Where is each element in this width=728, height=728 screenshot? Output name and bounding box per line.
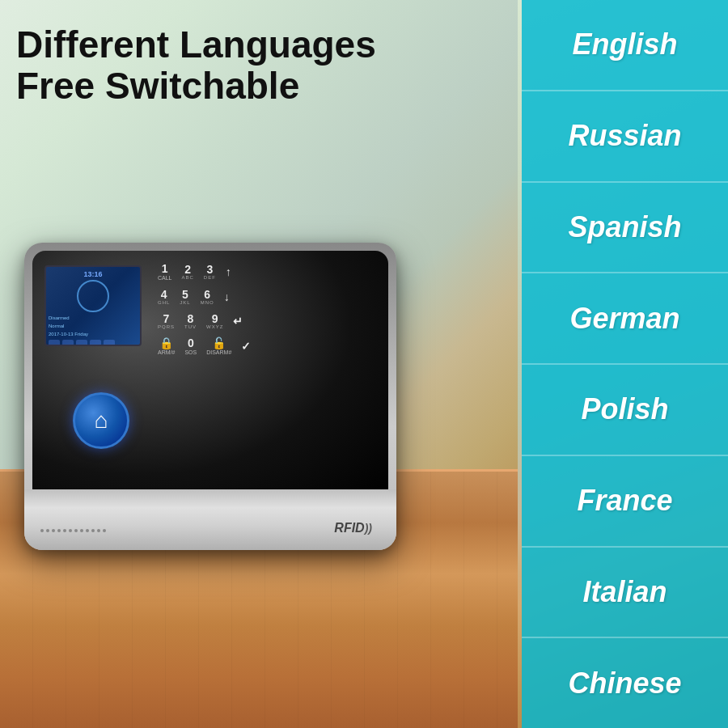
key-sub-1-0: GHL: [158, 300, 170, 305]
lcd-screen: 13:16 Disarmed Normal 2017-10-13 Friday: [44, 265, 142, 346]
alarm-device-wrapper: 13:16 Disarmed Normal 2017-10-13 Friday …: [24, 243, 429, 599]
key-sub-1-2: MNO: [201, 300, 214, 305]
key-main-3-1: 0: [188, 337, 194, 349]
key--2-3[interactable]: ↵: [233, 315, 243, 327]
lcd-time: 13:16: [46, 267, 140, 278]
lcd-icon-2: [62, 340, 74, 346]
key--1-3[interactable]: ↓: [224, 291, 230, 303]
key--3-3[interactable]: ✓: [241, 341, 251, 352]
headline: Different Languages Free Switchable: [16, 24, 485, 106]
speaker-dot-4: [63, 529, 66, 532]
key-main-0-2: 3: [206, 264, 213, 275]
key-main-3-0: 🔒: [159, 337, 173, 349]
lang-badge-chinese[interactable]: Chinese: [522, 638, 728, 728]
key-main-2-2: 9: [212, 313, 218, 324]
key-sub-2-2: WXYZ: [206, 324, 223, 329]
keypad-row-1: 4GHL5JKL6MNO↓: [158, 289, 372, 305]
lang-badge-spanish[interactable]: Spanish: [522, 183, 728, 274]
lcd-icon-row: [46, 338, 140, 346]
speaker-grille: [40, 529, 106, 532]
key-sub-1-1: JKL: [180, 300, 190, 305]
key-4-1-0[interactable]: 4GHL: [158, 289, 170, 305]
lang-text-russian: Russian: [568, 119, 681, 153]
key-main-2-0: 7: [163, 313, 170, 324]
home-button[interactable]: ⌂: [73, 392, 129, 449]
lcd-clock-face: [77, 280, 109, 312]
keypad-area: 1CALL2ABC3DEF↑4GHL5JKL6MNO↓7PQRS8TUV9WXY…: [158, 263, 372, 363]
keypad-row-3: 🔒ARM/#0SOS🔓DISARM#✓: [158, 337, 372, 355]
key--3-2[interactable]: 🔓DISARM#: [206, 337, 231, 355]
lang-badge-english[interactable]: English: [522, 0, 728, 91]
lang-badge-german[interactable]: German: [522, 273, 728, 365]
key-sub-0-2: DEF: [204, 275, 216, 280]
key-main-3-2: 🔓: [212, 337, 226, 349]
key-1-0-0[interactable]: 1CALL: [158, 263, 172, 281]
lang-text-italian: Italian: [582, 575, 667, 609]
key-main-2-3: ↵: [233, 315, 243, 327]
key-6-1-2[interactable]: 6MNO: [201, 289, 214, 305]
key-label-3-0: ARM/#: [158, 349, 175, 355]
language-list: EnglishRussianSpanishGermanPolishFranceI…: [522, 0, 728, 728]
key-main-1-3: ↓: [224, 291, 230, 303]
home-icon: ⌂: [95, 408, 108, 434]
lang-text-german: German: [569, 302, 679, 336]
key-main-0-1: 2: [184, 264, 191, 275]
lang-text-polish: Polish: [581, 392, 668, 426]
lang-badge-france[interactable]: France: [522, 456, 728, 548]
lcd-status2: Normal: [46, 322, 140, 330]
key-sub-0-1: ABC: [182, 275, 194, 280]
key-sub-2-0: PQRS: [158, 324, 175, 329]
lang-text-spanish: Spanish: [568, 210, 681, 244]
lang-text-english: English: [572, 28, 677, 61]
key--3-0[interactable]: 🔒ARM/#: [158, 337, 175, 355]
lang-badge-italian[interactable]: Italian: [522, 548, 728, 639]
speaker-dot-3: [57, 529, 61, 532]
speaker-dot-10: [97, 529, 100, 532]
rfid-label: RFID)): [334, 521, 372, 535]
speaker-dot-1: [46, 529, 49, 532]
speaker-dot-2: [52, 529, 55, 532]
key-main-3-3: ✓: [241, 341, 251, 352]
lang-badge-polish[interactable]: Polish: [522, 365, 728, 456]
key-3-0-2[interactable]: 3DEF: [204, 264, 216, 280]
device-bottom-strip: RFID)): [24, 489, 396, 550]
lcd-icon-5: [104, 340, 115, 346]
speaker-dot-0: [40, 529, 44, 532]
lcd-icon-4: [90, 340, 101, 346]
device-keypad-face: 13:16 Disarmed Normal 2017-10-13 Friday …: [32, 251, 388, 502]
key-label-3-1: SOS: [184, 349, 197, 355]
lcd-icon-1: [49, 340, 60, 346]
lang-text-chinese: Chinese: [568, 667, 681, 700]
key-9-2-2[interactable]: 9WXYZ: [206, 313, 223, 329]
speaker-dot-9: [91, 529, 95, 532]
speaker-dot-11: [103, 529, 106, 532]
key-main-0-0: 1: [162, 263, 168, 274]
lcd-date: 2017-10-13 Friday: [46, 330, 140, 338]
speaker-dot-5: [69, 529, 72, 532]
key-8-2-1[interactable]: 8TUV: [184, 313, 197, 329]
headline-line1: Different Languages: [16, 24, 485, 66]
key-main-0-3: ↑: [226, 266, 231, 277]
lcd-icon-3: [76, 340, 87, 346]
key-label-0-0: CALL: [158, 275, 172, 281]
key-5-1-1[interactable]: 5JKL: [180, 289, 190, 305]
key-2-0-1[interactable]: 2ABC: [182, 264, 194, 280]
lcd-status1: Disarmed: [46, 314, 140, 322]
headline-line2: Free Switchable: [16, 66, 485, 107]
lang-badge-russian[interactable]: Russian: [522, 91, 728, 183]
key--0-3[interactable]: ↑: [226, 266, 231, 277]
lang-text-france: France: [577, 484, 672, 518]
key-label-3-2: DISARM#: [206, 349, 231, 355]
key-main-1-1: 5: [182, 289, 188, 300]
keypad-row-0: 1CALL2ABC3DEF↑: [158, 263, 372, 281]
key-7-2-0[interactable]: 7PQRS: [158, 313, 175, 329]
scene: Different Languages Free Switchable 13:1…: [0, 0, 728, 728]
rfid-wave-icon: )): [365, 522, 372, 535]
speaker-dot-6: [74, 529, 78, 532]
key-0-3-1[interactable]: 0SOS: [184, 337, 197, 355]
key-main-1-2: 6: [204, 289, 210, 300]
key-sub-2-1: TUV: [184, 324, 197, 329]
key-main-1-0: 4: [161, 289, 167, 300]
speaker-dot-7: [80, 529, 83, 532]
speaker-dot-8: [86, 529, 89, 532]
